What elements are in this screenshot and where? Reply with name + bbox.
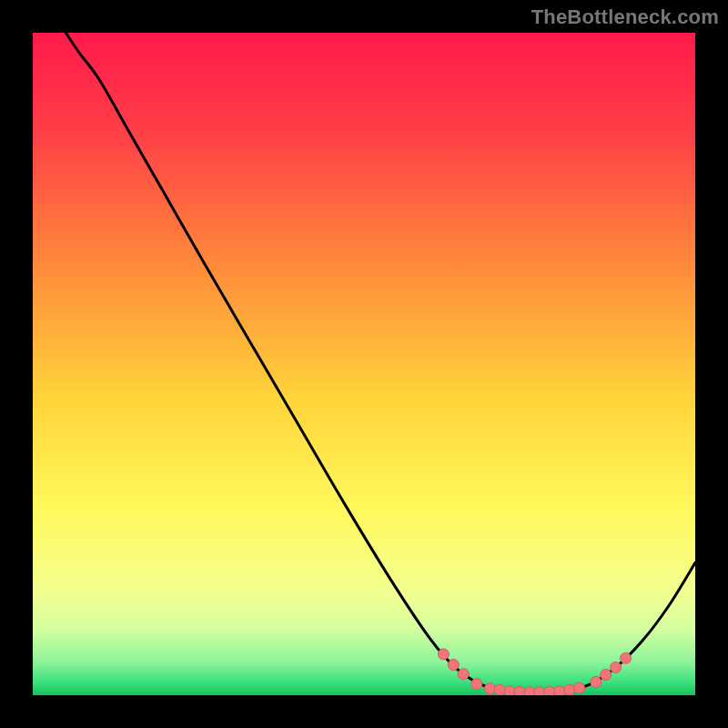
chart-dot [601,669,612,680]
watermark-text: TheBottleneck.com [531,5,719,29]
chart-dot [514,686,525,695]
chart-dot [524,687,535,695]
chart-dot [494,684,505,695]
chart-stage: TheBottleneck.com [0,0,728,728]
chart-dot [484,683,495,694]
chart-dot [591,676,602,687]
chart-dot [534,687,545,695]
chart-plot-area [33,33,695,695]
chart-svg [33,33,695,695]
chart-dot [471,679,482,690]
chart-dot [438,649,449,660]
chart-background-gradient [33,33,695,695]
chart-dot [564,684,575,695]
chart-dot [621,652,632,663]
chart-dot [544,686,555,695]
chart-dot [448,660,459,671]
chart-dot [611,662,622,672]
chart-dot [554,686,565,695]
chart-dot [574,682,585,693]
chart-dot [458,669,469,680]
chart-dot [504,686,515,695]
